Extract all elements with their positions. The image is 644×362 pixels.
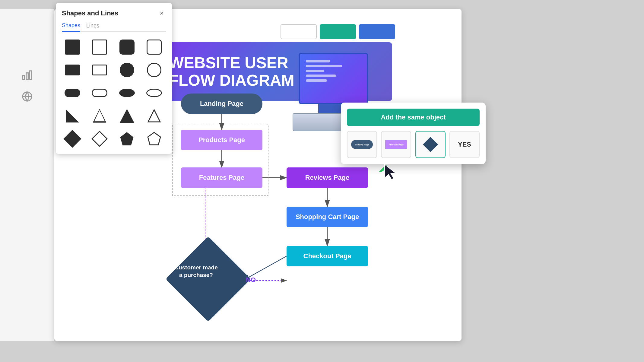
mini-landing-node: Landing Page <box>351 140 373 149</box>
popup-object-landing[interactable]: Landing Page <box>347 131 377 158</box>
mini-diamond-shape <box>423 137 438 152</box>
shapes-grid <box>62 38 166 148</box>
screen-lines <box>306 60 342 82</box>
panel-title: Shapes and Lines <box>62 9 118 17</box>
add-object-popup: Add the same object Landing Page Product… <box>341 103 486 164</box>
add-same-object-button[interactable]: Add the same object <box>347 109 480 126</box>
chart-icon[interactable] <box>21 69 33 81</box>
shape-tri-outline[interactable] <box>144 107 165 125</box>
shape-pentagon-filled[interactable] <box>116 130 138 148</box>
popup-objects-row: Landing Page Products Page YES <box>347 131 480 158</box>
shape-square-rounded-outline[interactable] <box>144 38 165 56</box>
globe-icon[interactable] <box>21 91 33 103</box>
customer-diamond-text[interactable]: Customer madea purchase? <box>166 264 226 279</box>
shape-pentagon-outline[interactable] <box>144 130 165 148</box>
node-products[interactable]: Products Page <box>181 130 262 150</box>
yes-label: YES <box>458 141 471 148</box>
computer-screen <box>299 53 368 104</box>
svg-rect-0 <box>23 75 25 79</box>
shape-diamond-outline[interactable] <box>89 130 110 148</box>
node-checkout[interactable]: Checkout Page <box>287 246 368 266</box>
shape-tri-filled[interactable] <box>116 107 138 125</box>
node-shopping[interactable]: Shopping Cart Page <box>287 207 368 227</box>
shape-square-dark-filled[interactable] <box>62 38 83 56</box>
svg-marker-15 <box>94 110 106 122</box>
shape-oval-filled[interactable] <box>116 84 138 102</box>
shape-circle-outline[interactable] <box>144 61 165 79</box>
panel-tabs: Shapes Lines <box>62 22 166 32</box>
cursor-pointer <box>383 163 401 184</box>
canvas-area: WEBSITE USER FLOW DIAGRAM <box>0 0 644 362</box>
toolbar-btn-1[interactable] <box>281 24 317 39</box>
shape-pill-outline[interactable] <box>89 84 110 102</box>
shape-square-outline[interactable] <box>89 38 110 56</box>
svg-marker-17 <box>148 132 160 145</box>
popup-object-diamond[interactable] <box>415 131 446 158</box>
shape-pill-filled[interactable] <box>62 84 83 102</box>
left-sidebar <box>0 9 54 341</box>
banner-title: WEBSITE USER FLOW DIAGRAM <box>169 54 294 89</box>
shape-rect-outline[interactable] <box>89 61 110 79</box>
node-landing[interactable]: Landing Page <box>181 94 262 114</box>
svg-rect-1 <box>26 73 28 80</box>
node-features[interactable]: Features Page <box>181 167 262 188</box>
customer-diamond-shape <box>166 237 251 322</box>
tab-lines[interactable]: Lines <box>86 22 99 31</box>
no-label: NO <box>246 276 256 284</box>
shape-rect-filled[interactable] <box>62 61 83 79</box>
shape-oval-outline[interactable] <box>144 84 165 102</box>
shape-square-rounded-filled[interactable] <box>116 38 138 56</box>
shape-circle-filled[interactable] <box>116 61 138 79</box>
cursor-svg <box>383 163 398 181</box>
shapes-panel: Shapes and Lines × Shapes Lines <box>56 3 172 154</box>
toolbar-btn-blue[interactable] <box>359 24 395 39</box>
node-reviews[interactable]: Reviews Page <box>287 167 368 188</box>
toolbar-btn-teal[interactable] <box>320 24 356 39</box>
svg-rect-2 <box>30 71 32 79</box>
panel-header: Shapes and Lines × <box>62 9 166 17</box>
shape-right-tri-filled[interactable] <box>62 107 83 125</box>
panel-close-button[interactable]: × <box>157 9 166 17</box>
tab-shapes[interactable]: Shapes <box>62 22 80 32</box>
popup-object-yes[interactable]: YES <box>449 131 480 158</box>
svg-marker-16 <box>148 110 160 122</box>
mini-products-node: Products Page <box>385 140 407 149</box>
canvas-toolbar <box>281 24 395 39</box>
shape-diamond-filled[interactable] <box>62 130 83 148</box>
shape-right-tri-outline[interactable] <box>89 107 110 125</box>
